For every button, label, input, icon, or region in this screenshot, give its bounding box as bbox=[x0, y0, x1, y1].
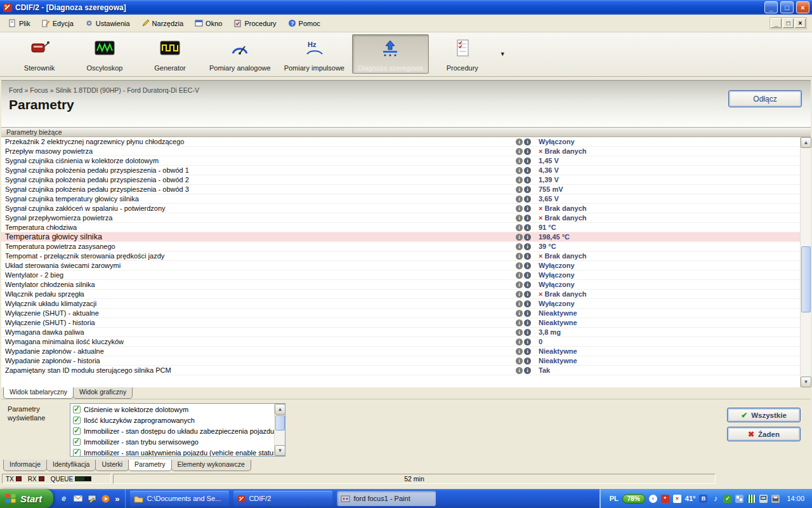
param-info-icon[interactable]: i bbox=[524, 186, 531, 193]
table-row[interactable]: Zapamiętany stan ID modułu sterującego s… bbox=[1, 366, 800, 375]
clock[interactable]: 14:00 bbox=[787, 495, 804, 502]
param-log-icon[interactable]: i bbox=[516, 205, 523, 212]
table-row[interactable]: Sygnał czujnika położenia pedału przyspi… bbox=[1, 166, 800, 175]
toolbar-oscyloskop[interactable]: Oscyloskop bbox=[73, 34, 136, 74]
scroll-down-icon[interactable]: ▼ bbox=[275, 445, 285, 456]
param-info-icon[interactable]: i bbox=[524, 243, 531, 250]
scrollbar-thumb[interactable] bbox=[275, 415, 285, 431]
table-row[interactable]: Sygnał czujnika położenia pedału przyspi… bbox=[1, 185, 800, 194]
menu-edycja[interactable]: Edycja bbox=[39, 17, 79, 29]
table-row[interactable]: Sygnał czujnika położenia pedału przyspi… bbox=[1, 175, 800, 185]
param-log-icon[interactable]: i bbox=[516, 243, 523, 250]
toolbar-dropdown-arrow-icon[interactable]: ▼ bbox=[496, 48, 509, 60]
param-info-icon[interactable]: i bbox=[524, 291, 531, 298]
menu-ustawienia[interactable]: Ustawienia bbox=[82, 17, 136, 29]
param-log-icon[interactable]: i bbox=[516, 167, 523, 174]
checkbox-checked-icon[interactable] bbox=[73, 438, 81, 446]
table-row[interactable]: Temperatura głowicy silnika i i 198,45 °… bbox=[1, 232, 800, 242]
toolbar-procedury[interactable]: Procedury bbox=[431, 34, 494, 74]
list-item[interactable]: Immobilizer - stan trybu serwisowego bbox=[70, 436, 274, 447]
volume-icon[interactable]: ♪ bbox=[711, 495, 719, 503]
list-item[interactable]: Immobilizer - stan dostępu do układu zab… bbox=[70, 425, 274, 436]
param-info-icon[interactable]: i bbox=[524, 262, 531, 269]
collapse-tray-icon[interactable]: ‹ bbox=[649, 495, 657, 503]
chart-icon[interactable] bbox=[747, 495, 756, 503]
mdi-restore-button[interactable]: □ bbox=[783, 18, 794, 28]
param-log-icon[interactable]: i bbox=[516, 215, 523, 222]
list-item[interactable]: Ciśnienie w kolektorze dolotowym bbox=[70, 404, 274, 415]
table-row[interactable]: Sygnał czujnika zakłóceń w spalaniu - po… bbox=[1, 204, 800, 213]
table-row[interactable]: Wyłącznik układu klimatyzacji i i Wyłącz… bbox=[1, 299, 800, 309]
param-log-icon[interactable]: i bbox=[516, 272, 523, 279]
disconnect-button[interactable]: Odłącz bbox=[728, 90, 802, 107]
checkbox-checked-icon[interactable] bbox=[73, 406, 81, 413]
param-log-icon[interactable]: i bbox=[516, 148, 523, 155]
mail-icon[interactable] bbox=[73, 494, 82, 504]
param-log-icon[interactable]: i bbox=[516, 177, 523, 184]
param-info-icon[interactable]: i bbox=[524, 215, 531, 222]
param-log-icon[interactable]: i bbox=[516, 300, 523, 307]
param-info-icon[interactable]: i bbox=[524, 319, 531, 326]
param-log-icon[interactable]: i bbox=[516, 329, 523, 336]
param-log-icon[interactable]: i bbox=[516, 310, 523, 317]
tab-elementy-wykonawcze[interactable]: Elementy wykonawcze bbox=[171, 460, 251, 471]
checkbox-checked-icon[interactable] bbox=[73, 417, 81, 424]
param-log-icon[interactable]: i bbox=[516, 234, 523, 241]
internet-explorer-icon[interactable]: e bbox=[59, 494, 69, 504]
param-info-icon[interactable]: i bbox=[524, 253, 531, 260]
antivirus-icon[interactable]: * bbox=[661, 495, 669, 503]
param-info-icon[interactable]: i bbox=[524, 338, 531, 345]
scroll-down-icon[interactable]: ▼ bbox=[801, 377, 811, 387]
menu-procedury[interactable]: Procedury bbox=[230, 17, 282, 29]
minimize-button[interactable]: _ bbox=[764, 1, 778, 13]
param-log-icon[interactable]: i bbox=[516, 138, 523, 145]
tab-usterki[interactable]: Usterki bbox=[95, 460, 129, 471]
param-log-icon[interactable]: i bbox=[516, 196, 523, 203]
toolbar-sterownik[interactable]: Sterownik bbox=[8, 34, 71, 74]
table-row[interactable]: Sygnał przepływomierza powietrza i i Bra… bbox=[1, 213, 800, 223]
tab-parametry[interactable]: Parametry bbox=[128, 460, 171, 471]
alert-icon[interactable]: × bbox=[673, 495, 681, 503]
menu-plik[interactable]: Plik bbox=[5, 17, 36, 29]
param-info-icon[interactable]: i bbox=[524, 329, 531, 336]
param-log-icon[interactable]: i bbox=[516, 186, 523, 193]
param-info-icon[interactable]: i bbox=[524, 281, 531, 288]
battery-indicator[interactable]: 78% bbox=[622, 494, 645, 504]
scroll-up-icon[interactable]: ▲ bbox=[801, 137, 811, 148]
tab-identyfikacja[interactable]: Identyfikacja bbox=[46, 460, 96, 471]
table-row[interactable]: Przekaźnik 2 elektrycznej nagrzewnicy pł… bbox=[1, 137, 800, 147]
list-item[interactable]: Ilość kluczyków zaprogramowanych bbox=[70, 415, 274, 425]
checkbox-checked-icon[interactable] bbox=[73, 427, 81, 435]
param-info-icon[interactable]: i bbox=[524, 196, 531, 203]
param-info-icon[interactable]: i bbox=[524, 167, 531, 174]
table-row[interactable]: Temperatura chłodziwa i i 91 °C bbox=[1, 223, 800, 232]
show-desktop-icon[interactable] bbox=[87, 494, 96, 504]
param-log-icon[interactable]: i bbox=[516, 253, 523, 260]
param-log-icon[interactable]: i bbox=[516, 291, 523, 298]
menu-narzedzia[interactable]: Narzędzia bbox=[138, 17, 190, 29]
table-scrollbar[interactable]: ▲ ▼ bbox=[800, 137, 811, 387]
checkbox-checked-icon[interactable] bbox=[73, 449, 81, 457]
table-row[interactable]: Tempomat - przełącznik sterowania prędko… bbox=[1, 251, 800, 261]
param-info-icon[interactable]: i bbox=[524, 148, 531, 155]
select-all-button[interactable]: ✔ Wszystkie bbox=[727, 408, 801, 422]
taskbar-window-cdif[interactable]: CDIF/2 bbox=[233, 491, 332, 506]
scrollbar-thumb[interactable] bbox=[801, 246, 811, 312]
table-row[interactable]: Włącznik pedału sprzęgła i i Brak danych bbox=[1, 290, 800, 299]
param-info-icon[interactable]: i bbox=[524, 310, 531, 317]
table-row[interactable]: Sygnał czujnika ciśnienia w kolektorze d… bbox=[1, 156, 800, 166]
temperature-indicator[interactable]: 41° bbox=[685, 495, 696, 502]
param-info-icon[interactable]: i bbox=[524, 348, 531, 355]
options-scrollbar[interactable]: ▲ ▼ bbox=[274, 404, 285, 456]
quick-launch-overflow-icon[interactable]: » bbox=[115, 494, 119, 504]
tab-informacje[interactable]: Informacje bbox=[3, 460, 47, 471]
close-button[interactable]: × bbox=[796, 1, 809, 13]
list-item[interactable]: Immobilizer - stan uaktywnienia pojazdu … bbox=[70, 447, 274, 457]
table-row[interactable]: Sygnał czujnika temperatury głowicy siln… bbox=[1, 194, 800, 204]
param-log-icon[interactable]: i bbox=[516, 367, 523, 374]
tab-widok-graficzny[interactable]: Widok graficzny bbox=[73, 387, 133, 399]
toolbar-pomiary-impulsowe[interactable]: Hz Pomiary impulsowe bbox=[278, 34, 350, 74]
menu-okno[interactable]: Okno bbox=[192, 17, 228, 29]
printer-icon[interactable] bbox=[771, 495, 780, 503]
taskbar-window-documents[interactable]: C:\Documents and Se... bbox=[130, 491, 229, 506]
